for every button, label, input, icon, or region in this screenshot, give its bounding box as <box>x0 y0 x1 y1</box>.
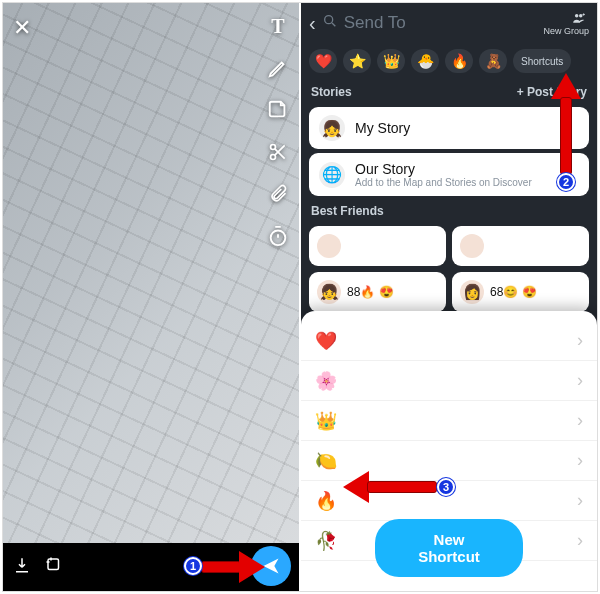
new-group-button[interactable]: New Group <box>543 11 589 36</box>
send-to-header: ‹ Send To New Group <box>301 3 597 43</box>
chevron-right-icon: › <box>577 530 583 551</box>
avatar <box>460 234 484 258</box>
text-tool-icon[interactable]: T <box>265 13 291 39</box>
avatar: 👩 <box>460 280 484 304</box>
svg-point-1 <box>271 155 276 160</box>
best-friends-header: Best Friends <box>301 200 597 222</box>
annotation-arrow-2 <box>551 73 581 173</box>
timer-icon[interactable] <box>265 223 291 249</box>
save-icon[interactable] <box>13 556 31 579</box>
bf-card[interactable]: 👩 68😊 😍 <box>452 272 589 312</box>
scissors-icon[interactable] <box>265 139 291 165</box>
chevron-right-icon: › <box>577 450 583 471</box>
bf-card[interactable] <box>309 226 446 266</box>
story-icon[interactable] <box>45 556 63 579</box>
svg-point-6 <box>579 13 583 16</box>
bf-card[interactable]: 👧 88🔥 😍 <box>309 272 446 312</box>
shortcut-emoji: 🍋 <box>315 450 337 472</box>
svg-point-4 <box>324 15 332 23</box>
shortcut-emoji: ❤️ <box>315 330 337 352</box>
chevron-right-icon: › <box>577 330 583 351</box>
shortcut-row[interactable]: 👑 › <box>301 401 597 441</box>
chip-heart[interactable]: ❤️ <box>309 49 337 73</box>
my-story-card[interactable]: 👧 My Story <box>309 107 589 149</box>
svg-point-5 <box>575 13 579 16</box>
shortcuts-chip[interactable]: Shortcuts <box>513 49 571 73</box>
chevron-right-icon: › <box>577 370 583 391</box>
paperclip-icon[interactable] <box>265 181 291 207</box>
search-icon <box>322 13 338 34</box>
chip-crown[interactable]: 👑 <box>377 49 405 73</box>
shortcut-sheet: ❤️ › 🌸 › 👑 › 🍋 › 🔥 › 🥀 › <box>301 311 597 591</box>
our-story-card[interactable]: 🌐 Our Story Add to the Map and Stories o… <box>309 153 589 196</box>
shortcut-emoji: 🔥 <box>315 490 337 512</box>
annotation-badge-2: 2 <box>557 173 575 191</box>
svg-rect-3 <box>48 559 59 570</box>
pencil-icon[interactable] <box>265 55 291 81</box>
chip-chick[interactable]: 🐣 <box>411 49 439 73</box>
bf-score: 68😊 😍 <box>490 285 537 299</box>
story-title: My Story <box>355 120 410 136</box>
shortcut-emoji: 🥀 <box>315 530 337 552</box>
shortcut-emoji: 👑 <box>315 410 337 432</box>
svg-point-0 <box>271 145 276 150</box>
avatar: 🌐 <box>319 162 345 188</box>
chip-star[interactable]: ⭐ <box>343 49 371 73</box>
best-friends-label: Best Friends <box>311 204 384 218</box>
snap-preview-screen: ✕ T <box>3 3 299 591</box>
shortcut-emoji: 🌸 <box>315 370 337 392</box>
annotation-arrow-1 <box>201 551 267 581</box>
annotation-badge-3: 3 <box>437 478 455 496</box>
close-icon[interactable]: ✕ <box>13 15 31 41</box>
avatar: 👧 <box>319 115 345 141</box>
group-icon <box>543 11 589 27</box>
captured-photo <box>3 3 299 543</box>
chip-bear[interactable]: 🧸 <box>479 49 507 73</box>
bf-card[interactable] <box>452 226 589 266</box>
sticker-icon[interactable] <box>265 97 291 123</box>
chip-fire[interactable]: 🔥 <box>445 49 473 73</box>
new-shortcut-button[interactable]: New Shortcut <box>375 519 523 577</box>
story-subtitle: Add to the Map and Stories on Discover <box>355 177 532 188</box>
shortcut-row[interactable]: ❤️ › <box>301 321 597 361</box>
avatar: 👧 <box>317 280 341 304</box>
bf-score: 88🔥 😍 <box>347 285 394 299</box>
chevron-right-icon: › <box>577 410 583 431</box>
story-title: Our Story <box>355 161 532 177</box>
chevron-right-icon: › <box>577 490 583 511</box>
avatar <box>317 234 341 258</box>
back-icon[interactable]: ‹ <box>309 12 316 35</box>
edit-tool-column: T <box>265 13 291 249</box>
new-group-label: New Group <box>543 26 589 36</box>
search-placeholder: Send To <box>344 13 406 33</box>
annotation-badge-1: 1 <box>184 557 202 575</box>
shortcut-row[interactable]: 🌸 › <box>301 361 597 401</box>
search-input[interactable]: Send To <box>322 13 538 34</box>
annotation-arrow-3 <box>343 471 437 503</box>
stories-header-label: Stories <box>311 85 352 99</box>
svg-point-2 <box>271 231 286 246</box>
